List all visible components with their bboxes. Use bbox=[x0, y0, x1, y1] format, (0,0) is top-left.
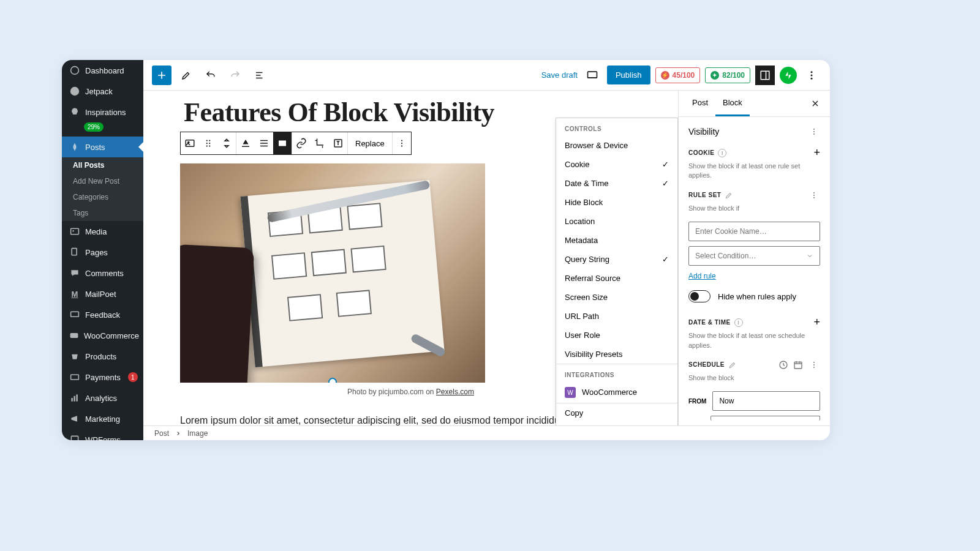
media-icon bbox=[69, 226, 80, 237]
preview-button[interactable] bbox=[582, 66, 602, 85]
crop-button[interactable] bbox=[311, 132, 329, 154]
svg-point-16 bbox=[811, 77, 813, 79]
control-import[interactable]: Import bbox=[556, 422, 677, 425]
edit-button[interactable] bbox=[176, 66, 196, 85]
sidebar-item-pages[interactable]: Pages bbox=[62, 242, 143, 263]
image-block[interactable] bbox=[180, 163, 485, 383]
sidebar-item-comments[interactable]: Comments bbox=[62, 263, 143, 283]
control-querystring[interactable]: Query String✓ bbox=[556, 250, 677, 269]
control-metadata[interactable]: Metadata bbox=[556, 231, 677, 250]
add-rule-link[interactable]: Add rule bbox=[679, 268, 830, 284]
control-urlpath[interactable]: URL Path bbox=[556, 307, 677, 326]
redo-button[interactable] bbox=[225, 66, 245, 85]
save-draft-button[interactable]: Save draft bbox=[541, 70, 578, 80]
outline-button[interactable] bbox=[250, 66, 270, 85]
sidebar-item-wpforms[interactable]: WPForms bbox=[62, 429, 143, 440]
info-icon[interactable]: i bbox=[734, 318, 743, 327]
settings-toggle[interactable] bbox=[755, 66, 775, 85]
analytics-icon bbox=[69, 392, 80, 403]
edit-icon[interactable] bbox=[728, 361, 737, 369]
submenu-tags[interactable]: Tags bbox=[62, 205, 143, 221]
replace-button[interactable]: Replace bbox=[348, 139, 392, 148]
sidebar-item-dashboard[interactable]: Dashboard bbox=[62, 60, 143, 81]
edit-icon[interactable] bbox=[725, 191, 733, 200]
control-hideblock[interactable]: Hide Block bbox=[556, 193, 677, 212]
control-userrole[interactable]: User Role bbox=[556, 326, 677, 345]
sidebar-item-feedback[interactable]: Feedback bbox=[62, 304, 143, 325]
sidebar-item-posts[interactable]: Posts bbox=[62, 137, 143, 157]
width-button[interactable] bbox=[273, 132, 292, 154]
move-arrows[interactable] bbox=[217, 132, 236, 154]
sidebar-item-media[interactable]: Media bbox=[62, 221, 143, 242]
schedule-label: SCHEDULE bbox=[688, 361, 725, 368]
hide-when-toggle[interactable] bbox=[688, 290, 710, 302]
comments-icon bbox=[69, 268, 80, 279]
svg-point-14 bbox=[811, 71, 813, 73]
calendar-icon[interactable] bbox=[793, 360, 803, 370]
breadcrumb-post[interactable]: Post bbox=[154, 429, 169, 438]
control-browser-device[interactable]: Browser & Device bbox=[556, 136, 677, 155]
control-presets[interactable]: Visibility Presets bbox=[556, 345, 677, 364]
sidebar-item-payments[interactable]: Payments 1 bbox=[62, 367, 143, 388]
seo-score-82[interactable]: ✦ 82/100 bbox=[705, 67, 750, 83]
more-options-button[interactable] bbox=[802, 66, 821, 85]
schedule-more-icon[interactable] bbox=[808, 359, 820, 371]
drag-handle-icon[interactable] bbox=[199, 132, 217, 154]
sidebar-item-inspirations[interactable]: Inspirations 29% bbox=[62, 102, 143, 137]
submenu-add-new[interactable]: Add New Post bbox=[62, 173, 143, 189]
breadcrumb-image[interactable]: Image bbox=[187, 429, 208, 438]
add-cookie-button[interactable]: + bbox=[813, 146, 820, 159]
seo-score-45[interactable]: ⚡ 45/100 bbox=[655, 67, 701, 83]
resize-handle[interactable] bbox=[328, 378, 337, 383]
svg-rect-10 bbox=[76, 394, 77, 401]
align-text-button[interactable] bbox=[255, 132, 273, 154]
block-more-button[interactable] bbox=[393, 132, 411, 154]
sidebar-item-marketing[interactable]: Marketing bbox=[62, 408, 143, 429]
add-datetime-button[interactable]: + bbox=[813, 316, 820, 329]
jetpack-button[interactable] bbox=[780, 67, 797, 84]
control-screensize[interactable]: Screen Size bbox=[556, 288, 677, 307]
sidebar-item-mailpoet[interactable]: M MailPoet bbox=[62, 283, 143, 304]
submenu-categories[interactable]: Categories bbox=[62, 189, 143, 205]
sidebar-item-label: Comments bbox=[85, 269, 124, 278]
svg-point-19 bbox=[206, 140, 208, 141]
sidebar-item-analytics[interactable]: Analytics bbox=[62, 388, 143, 408]
condition-select[interactable]: Select Condition… bbox=[688, 246, 820, 266]
publish-button[interactable]: Publish bbox=[607, 66, 650, 84]
align-button[interactable] bbox=[236, 132, 255, 154]
add-block-button[interactable] bbox=[152, 66, 172, 85]
sidebar-item-woocommerce[interactable]: WooCommerce bbox=[62, 325, 143, 346]
sidebar-item-label: Posts bbox=[85, 143, 105, 152]
tab-post[interactable]: Post bbox=[685, 91, 715, 116]
sidebar-item-label: Pages bbox=[85, 248, 108, 257]
link-button[interactable] bbox=[292, 132, 311, 154]
tab-block[interactable]: Block bbox=[715, 91, 750, 116]
control-datetime[interactable]: Date & Time✓ bbox=[556, 174, 677, 193]
ruleset-more-icon[interactable] bbox=[808, 189, 820, 201]
from-input[interactable] bbox=[712, 391, 820, 411]
woocommerce-icon bbox=[69, 330, 79, 341]
sidebar-item-label: Feedback bbox=[85, 310, 120, 320]
integration-woocommerce[interactable]: WWooCommerce bbox=[556, 382, 677, 403]
control-copy[interactable]: Copy bbox=[556, 403, 677, 422]
visibility-more-icon[interactable] bbox=[808, 126, 820, 138]
caption-link[interactable]: Pexels.com bbox=[436, 388, 474, 396]
submenu-all-posts[interactable]: All Posts bbox=[62, 157, 143, 173]
mailpoet-icon: M bbox=[69, 288, 80, 299]
undo-button[interactable] bbox=[201, 66, 221, 85]
text-overlay-button[interactable] bbox=[329, 132, 347, 154]
datetime-label: DATE & TIME bbox=[688, 319, 731, 326]
sidebar-item-products[interactable]: Products bbox=[62, 346, 143, 367]
control-cookie[interactable]: Cookie✓ bbox=[556, 155, 677, 174]
cookie-name-input[interactable] bbox=[688, 222, 820, 241]
sidebar-item-jetpack[interactable]: Jetpack bbox=[62, 81, 143, 102]
svg-point-28 bbox=[401, 140, 402, 141]
control-referral[interactable]: Referral Source bbox=[556, 269, 677, 288]
clock-icon[interactable] bbox=[778, 360, 788, 370]
svg-point-31 bbox=[813, 129, 815, 130]
control-location[interactable]: Location bbox=[556, 212, 677, 231]
from-label: FROM bbox=[688, 398, 706, 405]
close-panel-button[interactable] bbox=[807, 95, 824, 112]
image-block-icon[interactable] bbox=[181, 132, 199, 154]
info-icon[interactable]: i bbox=[718, 149, 726, 157]
